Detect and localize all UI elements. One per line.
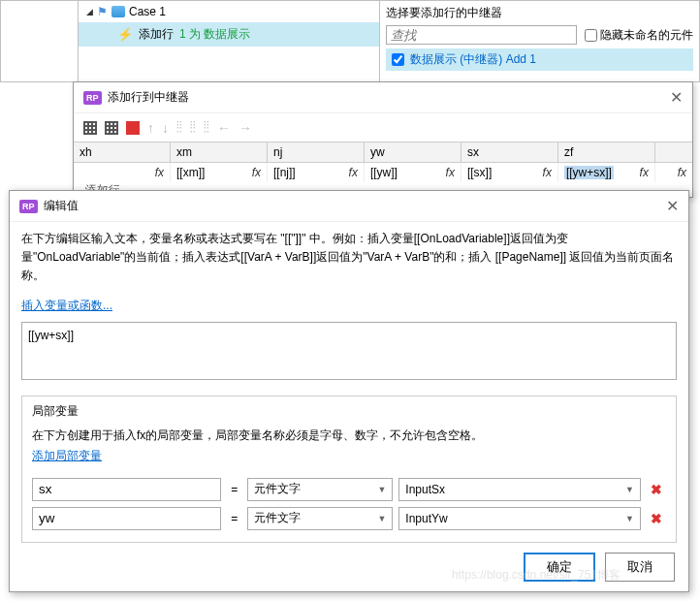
dialog1-toolbar: ↑ ↓ ⦙⦙ ⦙⦙ ⦙⦙ ← → (74, 113, 692, 142)
var-name-input[interactable] (32, 507, 221, 530)
fx-icon[interactable]: fx (446, 166, 455, 179)
cell-nj[interactable]: [[nj]] (273, 166, 296, 179)
fx-icon[interactable]: fx (349, 166, 358, 179)
var-target-select[interactable]: InputYw▼ (398, 507, 641, 530)
col-zf[interactable]: zf (558, 142, 655, 162)
edit-value-dialog: RP 编辑值 ✕ 在下方编辑区输入文本，变量名称或表达式要写在 "[["]]" … (9, 190, 689, 592)
rp-badge-icon: RP (19, 200, 38, 213)
var-target-select[interactable]: InputSx▼ (398, 478, 641, 501)
edit-desc: 在下方编辑区输入文本，变量名称或表达式要写在 "[["]]" 中。例如：插入变量… (10, 222, 688, 294)
var-name-input[interactable] (32, 478, 221, 501)
var-row-0: = 元件文字▼ InputSx▼ ✖ (32, 478, 666, 501)
col-sx[interactable]: sx (461, 142, 558, 162)
case-row[interactable]: ◢ ⚑ Case 1 (79, 1, 379, 22)
arrow-left-icon[interactable]: ← (217, 120, 231, 136)
action-label: 添加行 (139, 26, 174, 43)
fx-icon[interactable]: fx (155, 166, 164, 179)
insert-var-link[interactable]: 插入变量或函数... (21, 298, 112, 314)
case-icon (111, 6, 125, 17)
cols-icon-3[interactable]: ⦙⦙ (204, 119, 209, 136)
col-nj[interactable]: nj (268, 142, 365, 162)
fx-icon[interactable]: fx (543, 166, 552, 179)
grid-icon-2[interactable] (105, 121, 118, 135)
search-input[interactable] (386, 25, 577, 45)
delete-var-icon[interactable]: ✖ (647, 482, 666, 497)
cases-tree: ◢ ⚑ Case 1 ⚡ 添加行 1 为 数据展示 (79, 1, 379, 81)
grid-data-row[interactable]: fx [[xm]]fx [[nj]]fx [[yw]]fx [[sx]]fx [… (74, 163, 692, 182)
equals-label: = (227, 483, 241, 496)
fx-icon[interactable]: fx (640, 166, 649, 179)
ok-button[interactable]: 确定 (524, 553, 595, 582)
col-xh[interactable]: xh (74, 142, 171, 162)
repeater-select-panel: 选择要添加行的中继器 隐藏未命名的元件 数据展示 (中继器) Add 1 (379, 1, 699, 81)
case-label: Case 1 (129, 5, 166, 18)
bolt-icon: ⚡ (117, 27, 133, 42)
repeater-item-label: 数据展示 (中继器) Add 1 (410, 51, 536, 68)
hide-unnamed-label: 隐藏未命名的元件 (600, 27, 693, 44)
equals-label: = (227, 512, 241, 525)
arrow-up-icon[interactable]: ↑ (147, 120, 154, 136)
grid-header-row: xh xm nj yw sx zf (74, 142, 692, 163)
hide-unnamed-cb[interactable] (585, 29, 597, 42)
fx-icon[interactable]: fx (678, 166, 686, 179)
case-flag-icon: ⚑ (97, 5, 108, 18)
expression-input[interactable]: [[yw+sx]] (21, 322, 677, 380)
var-row-1: = 元件文字▼ InputYw▼ ✖ (32, 507, 666, 530)
dialog2-title: 编辑值 (44, 198, 79, 214)
chevron-down-icon: ▼ (625, 514, 634, 523)
add-row-dialog: RP 添加行到中继器 ✕ ↑ ↓ ⦙⦙ ⦙⦙ ⦙⦙ ← → xh xm nj y… (73, 81, 693, 198)
cols-icon-2[interactable]: ⦙⦙ (190, 119, 196, 136)
action-row[interactable]: ⚡ 添加行 1 为 数据展示 (79, 22, 379, 47)
cell-yw[interactable]: [[yw]] (370, 166, 398, 179)
local-vars-desc: 在下方创建用于插入fx的局部变量，局部变量名称必须是字母、数字，不允许包含空格。 (32, 427, 666, 444)
cancel-button[interactable]: 取消 (605, 553, 675, 582)
action-target: 1 为 数据展示 (179, 26, 250, 43)
expand-icon[interactable]: ◢ (86, 7, 93, 16)
dialog2-titlebar: RP 编辑值 ✕ (10, 191, 688, 222)
rp-badge-icon: RP (83, 91, 102, 105)
cols-icon[interactable]: ⦙⦙ (176, 119, 182, 136)
cell-sx[interactable]: [[sx]] (467, 166, 492, 179)
cases-left-gutter (1, 1, 79, 81)
chevron-down-icon: ▼ (377, 485, 386, 494)
arrow-down-icon[interactable]: ↓ (162, 120, 169, 136)
col-xm[interactable]: xm (171, 142, 268, 162)
col-yw[interactable]: yw (365, 142, 461, 162)
repeater-item-cb[interactable] (392, 53, 404, 66)
cell-zf[interactable]: [[yw+sx]] (564, 166, 614, 179)
dialog1-titlebar: RP 添加行到中继器 ✕ (74, 82, 692, 113)
col-extra[interactable] (655, 142, 692, 162)
repeater-select-title: 选择要添加行的中继器 (386, 5, 693, 21)
local-vars-fieldset: 局部变量 在下方创建用于插入fx的局部变量，局部变量名称必须是字母、数字，不允许… (21, 395, 677, 543)
var-type-select[interactable]: 元件文字▼ (247, 507, 393, 530)
cases-panel: ◢ ⚑ Case 1 ⚡ 添加行 1 为 数据展示 选择要添加行的中继器 隐藏未… (0, 0, 700, 82)
chevron-down-icon: ▼ (625, 485, 634, 494)
fx-icon[interactable]: fx (252, 166, 261, 179)
close-icon[interactable]: ✕ (666, 197, 679, 215)
dialog1-title: 添加行到中继器 (108, 89, 189, 106)
var-type-select[interactable]: 元件文字▼ (247, 478, 393, 501)
delete-grid-icon[interactable] (126, 121, 140, 135)
hide-unnamed-checkbox[interactable]: 隐藏未命名的元件 (585, 27, 693, 44)
dialog2-buttons: 确定 取消 (524, 553, 675, 582)
arrow-right-icon[interactable]: → (239, 120, 252, 136)
close-icon[interactable]: ✕ (670, 88, 683, 107)
repeater-list-item[interactable]: 数据展示 (中继器) Add 1 (386, 48, 693, 71)
local-vars-title: 局部变量 (28, 403, 82, 420)
delete-var-icon[interactable]: ✖ (647, 511, 666, 526)
grid-icon[interactable] (83, 121, 97, 135)
chevron-down-icon: ▼ (377, 514, 386, 523)
cell-xm[interactable]: [[xm]] (176, 166, 205, 179)
add-local-var-link[interactable]: 添加局部变量 (32, 448, 102, 464)
